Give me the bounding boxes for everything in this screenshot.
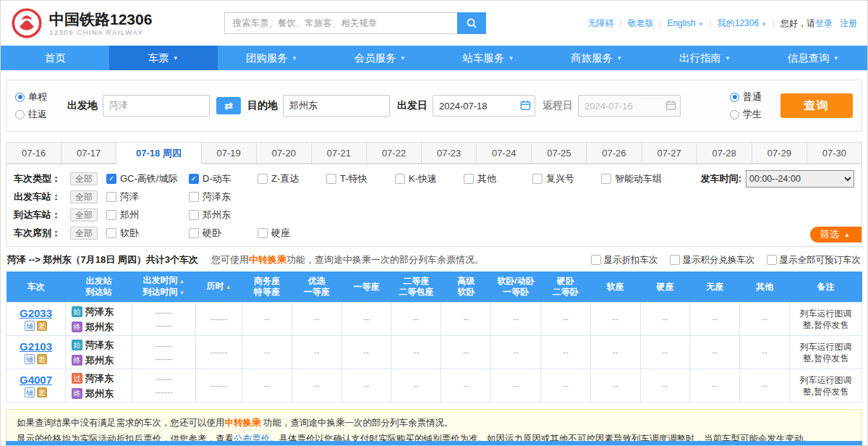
checkbox-icon[interactable] (464, 174, 474, 184)
link-elderly-version[interactable]: 敬老版 (627, 17, 653, 30)
filter-option[interactable]: K-快速 (395, 172, 464, 185)
search-input[interactable] (224, 12, 457, 34)
sort-desc-icon[interactable]: ▼ (179, 290, 185, 296)
filter-all-button[interactable]: 全部 (70, 172, 98, 185)
link-accessibility[interactable]: 无障碍 (587, 17, 613, 30)
column-header-3[interactable]: 历时▲ (196, 272, 242, 303)
radio-selected-icon[interactable] (15, 93, 25, 102)
filter-option[interactable]: Z-直达 (258, 172, 326, 185)
radio-icon[interactable] (15, 110, 25, 119)
filter-option[interactable]: 郑州 (106, 209, 189, 222)
transfer-link[interactable]: 中转换乘 (225, 418, 261, 428)
train-number-link[interactable]: G2033 (20, 307, 52, 319)
sort-asc-icon[interactable]: ▲ (179, 278, 185, 285)
checkbox-icon[interactable] (591, 255, 601, 265)
trip-type-oneway[interactable]: 单程 (15, 91, 47, 104)
register-link[interactable]: 注册 (840, 17, 857, 30)
checkbox-icon[interactable] (670, 255, 680, 265)
checkbox-icon[interactable] (767, 255, 777, 265)
filter-option[interactable]: ✓GC-高铁/城际 (106, 172, 189, 185)
column-header-2[interactable]: 出发时间▲到达时间▼ (132, 272, 196, 303)
sort-asc-icon[interactable]: ▲ (226, 284, 231, 290)
depart-time-select[interactable]: 00:00--24:00 (746, 170, 854, 188)
link-my12306[interactable]: 我的12306▼ (718, 17, 767, 30)
nav-item-7[interactable]: 信息查询▼ (759, 46, 867, 70)
checkbox-icon[interactable] (601, 174, 611, 184)
date-tab-13[interactable]: 07-29 (752, 142, 807, 164)
date-tab-0[interactable]: 07-16 (6, 142, 61, 164)
filter-option[interactable]: 硬座 (258, 227, 326, 240)
filter-option[interactable]: T-特快 (326, 172, 395, 185)
filter-option[interactable]: 复兴号 (532, 172, 601, 185)
link-english[interactable]: English▼ (667, 18, 703, 28)
date-tab-5[interactable]: 07-21 (312, 142, 367, 164)
checkbox-icon[interactable] (189, 192, 199, 202)
filter-option[interactable]: 软卧 (106, 227, 189, 240)
checkbox-icon[interactable] (189, 210, 199, 220)
date-tab-4[interactable]: 07-20 (257, 142, 312, 164)
date-tab-12[interactable]: 07-28 (697, 142, 752, 164)
login-link[interactable]: 登录 (815, 17, 833, 30)
checkbox-icon[interactable] (258, 174, 268, 184)
checkbox-icon[interactable] (106, 228, 116, 238)
date-tab-3[interactable]: 07-19 (202, 142, 257, 164)
nav-item-1[interactable]: 车票▼ (109, 46, 218, 70)
nav-item-6[interactable]: 出行指南▼ (651, 46, 760, 70)
filter-option[interactable]: 其他 (464, 172, 532, 185)
checkbox-icon[interactable] (326, 174, 336, 184)
query-submit-button[interactable]: 查询 (780, 93, 853, 118)
checkbox-icon[interactable] (106, 192, 116, 202)
logo[interactable]: 中国铁路12306 12306 CHINA RAILWAY (11, 7, 152, 39)
filter-all-button[interactable]: 全部 (70, 227, 98, 240)
train-number-link[interactable]: G4007 (20, 374, 52, 386)
display-option-2[interactable]: 显示全部可预订车次 (767, 254, 861, 266)
arrive-station-name: 郑州东 (85, 319, 114, 334)
nav-item-0[interactable]: 首页 (1, 46, 109, 70)
filter-all-button[interactable]: 全部 (70, 209, 98, 222)
filter-option[interactable]: ✓D-动车 (189, 172, 258, 185)
checkbox-icon[interactable] (532, 174, 542, 184)
checkbox-icon[interactable] (258, 228, 268, 238)
date-tab-7[interactable]: 07-23 (422, 142, 477, 164)
to-station-input[interactable] (283, 95, 390, 117)
date-tab-8[interactable]: 07-24 (477, 142, 532, 164)
collapse-filter-button[interactable]: 筛选 ▲ (810, 227, 861, 243)
checkbox-icon[interactable]: ✓ (189, 174, 199, 184)
passenger-type-student[interactable]: 学生 (730, 108, 762, 121)
passenger-type-normal[interactable]: 普通 (730, 91, 762, 104)
filter-option[interactable]: 硬卧 (189, 227, 258, 240)
date-tab-14[interactable]: 07-30 (807, 142, 862, 164)
nav-item-2[interactable]: 团购服务▼ (218, 46, 326, 70)
from-station-input[interactable] (103, 95, 210, 117)
display-option-0[interactable]: 显示折扣车次 (591, 254, 658, 266)
date-tab-9[interactable]: 07-25 (532, 142, 587, 164)
swap-stations-button[interactable]: ⇄ (216, 97, 241, 114)
train-number-link[interactable]: G2103 (20, 340, 52, 353)
date-tab-2[interactable]: 07-18 周四 (116, 142, 201, 164)
checkbox-icon[interactable] (106, 210, 116, 220)
date-tab-10[interactable]: 07-26 (587, 142, 642, 164)
date-tab-6[interactable]: 07-22 (367, 142, 422, 164)
nav-item-5[interactable]: 商旅服务▼ (542, 46, 651, 70)
checkbox-icon[interactable] (395, 174, 405, 184)
nav-item-3[interactable]: 会员服务▼ (326, 46, 434, 70)
transfer-link[interactable]: 中转换乘 (249, 254, 286, 265)
result-summary: 菏泽 --> 郑州东（7月18日 周四）共计3个车次 (7, 253, 198, 266)
filter-option[interactable]: 菏泽 (106, 190, 189, 203)
filter-all-button[interactable]: 全部 (70, 190, 98, 203)
column-header-7: 二等座二等包座 (391, 272, 441, 303)
calendar-icon[interactable] (520, 100, 531, 114)
date-tab-1[interactable]: 07-17 (61, 142, 116, 164)
filter-option[interactable]: 菏泽东 (189, 190, 258, 203)
display-option-1[interactable]: 显示积分兑换车次 (670, 254, 755, 266)
date-tab-11[interactable]: 07-27 (642, 142, 697, 164)
radio-icon[interactable] (730, 110, 739, 119)
checkbox-icon[interactable] (189, 228, 199, 238)
trip-type-roundtrip[interactable]: 往返 (15, 108, 47, 121)
filter-option[interactable]: 郑州东 (189, 209, 258, 222)
checkbox-icon[interactable]: ✓ (106, 174, 116, 184)
filter-option[interactable]: 智能动车组 (601, 172, 670, 185)
search-button[interactable] (457, 12, 486, 34)
nav-item-4[interactable]: 站车服务▼ (434, 46, 542, 70)
radio-selected-icon[interactable] (730, 93, 739, 102)
